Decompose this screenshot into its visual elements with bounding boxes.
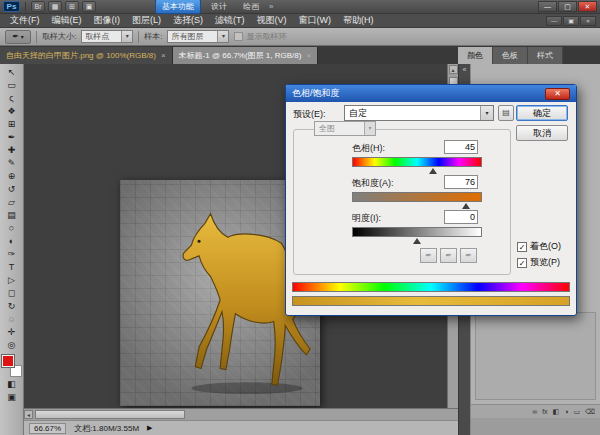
menu-filter[interactable]: 滤镜(T) (209, 14, 251, 27)
foreground-color-swatch[interactable] (2, 355, 14, 367)
zoom-level[interactable]: 66.67% (29, 423, 66, 434)
tool-preset-picker[interactable]: ✒ ▾ (5, 30, 31, 44)
document-tab-2[interactable]: 未标题-1 @ 66.7%(图层 1, RGB/8) × (173, 47, 319, 64)
doc-restore-button[interactable]: ▣ (563, 16, 579, 26)
scroll-left-icon[interactable]: ◂ (24, 410, 33, 419)
lightness-gradient-bar[interactable] (352, 227, 482, 237)
channel-select[interactable]: 全图 ▾ (314, 121, 376, 136)
menu-window[interactable]: 窗口(W) (293, 14, 338, 27)
checkbox-unchecked-icon (234, 32, 243, 41)
document-tab-1[interactable]: 自由天择的白甲图片.png @ 100%(RGB/8) × (0, 47, 173, 64)
dialog-title-bar[interactable]: 色相/饱和度 ✕ (286, 85, 576, 102)
layer-effects-icon[interactable]: fx (542, 408, 547, 415)
tool-healing-brush[interactable]: ✚ (2, 144, 22, 157)
status-bar: 66.67% 文档:1.80M/3.55M ▶ (24, 420, 458, 435)
tool-quick-selection[interactable]: ❖ (2, 105, 22, 118)
hue-gradient-bar[interactable] (352, 157, 482, 167)
lightness-slider-thumb[interactable] (413, 238, 421, 244)
workspace-essentials[interactable]: 基本功能 (155, 0, 201, 14)
scroll-up-icon[interactable]: ▴ (449, 65, 458, 74)
tab-color[interactable]: 颜色 (458, 47, 493, 64)
restore-button[interactable]: ▢ (558, 1, 577, 12)
preset-select[interactable]: 自定 ▾ (344, 105, 494, 121)
collapse-panels-icon[interactable]: « (459, 64, 470, 73)
menu-image[interactable]: 图像(I) (88, 14, 127, 27)
menu-select[interactable]: 选择(S) (167, 14, 209, 27)
close-tab-icon[interactable]: × (161, 51, 166, 60)
tool-eraser[interactable]: ▱ (2, 196, 22, 209)
layers-panel-body[interactable] (475, 312, 596, 400)
menu-edit[interactable]: 编辑(E) (46, 14, 88, 27)
tool-brush[interactable]: ✎ (2, 157, 22, 170)
tool-hand[interactable]: ✛ (2, 326, 22, 339)
subtract-eyedropper-icon[interactable]: ✒ (460, 248, 477, 263)
menu-view[interactable]: 视图(V) (251, 14, 293, 27)
tab-styles[interactable]: 样式 (528, 47, 563, 64)
tool-pen[interactable]: ✑ (2, 248, 22, 261)
tool-shape[interactable]: ◻ (2, 287, 22, 300)
saturation-input[interactable] (444, 175, 478, 189)
adjustment-layer-icon[interactable]: ◑ (564, 408, 568, 415)
sample-size-select[interactable]: 取样点 ▾ (81, 30, 133, 43)
dialog-close-button[interactable]: ✕ (545, 88, 570, 100)
sample-eyedropper-icon[interactable]: ✒ (420, 248, 437, 263)
tool-orbit-3d[interactable]: ◌ (2, 313, 22, 326)
bridge-icon[interactable]: Br (31, 1, 45, 12)
tool-history-brush[interactable]: ↺ (2, 183, 22, 196)
workspace-design[interactable]: 设计 (205, 0, 233, 13)
menu-file[interactable]: 文件(F) (4, 14, 46, 27)
arrange-documents-icon[interactable]: ⊞ (65, 1, 79, 12)
minimize-button[interactable]: — (538, 1, 557, 12)
screen-mode-toggle-icon[interactable]: ▣ (2, 391, 22, 404)
tool-move[interactable]: ↖ (2, 66, 22, 79)
document-size-info: 文档:1.80M/3.55M (74, 423, 139, 434)
tab-swatches[interactable]: 色板 (493, 47, 528, 64)
colorize-checkbox[interactable]: ✓ 着色(O) (517, 240, 561, 253)
tool-dodge[interactable]: ◐ (2, 235, 22, 248)
layer-mask-icon[interactable]: ◧ (553, 408, 560, 416)
tool-eyedropper[interactable]: ✒ (2, 131, 22, 144)
close-button[interactable]: ✕ (578, 1, 597, 12)
hue-slider-thumb[interactable] (429, 168, 437, 174)
horizontal-scrollbar[interactable]: ◂ (24, 408, 458, 420)
status-options-arrow-icon[interactable]: ▶ (147, 424, 152, 432)
ok-button[interactable]: 确定 (516, 105, 568, 121)
doc-minimize-button[interactable]: — (546, 16, 562, 26)
view-extras-icon[interactable]: ▦ (48, 1, 62, 12)
tool-gradient[interactable]: ▤ (2, 209, 22, 222)
preview-checkbox[interactable]: ✓ 预览(P) (517, 256, 560, 269)
workspace-painting[interactable]: 绘画 (237, 0, 265, 13)
tools-panel: ↖ ▭ ς ❖ ⊞ ✒ ✚ ✎ ⊕ ↺ ▱ ▤ ○ ◐ ✑ T ▷ ◻ ↻ ◌ … (0, 64, 24, 435)
cancel-button[interactable]: 取消 (516, 125, 568, 141)
menu-help[interactable]: 帮助(H) (337, 14, 380, 27)
delete-layer-icon[interactable]: ⌫ (585, 408, 595, 416)
tool-type[interactable]: T (2, 261, 22, 274)
link-layers-icon[interactable]: ∞ (532, 408, 537, 415)
lightness-input[interactable] (444, 210, 478, 224)
tool-marquee[interactable]: ▭ (2, 79, 22, 92)
hue-slider-row: 色相(H): (352, 142, 482, 176)
saturation-gradient-bar[interactable] (352, 192, 482, 202)
saturation-slider-thumb[interactable] (462, 203, 470, 209)
tool-rotate-3d[interactable]: ↻ (2, 300, 22, 313)
hue-input[interactable] (444, 140, 478, 154)
tool-blur[interactable]: ○ (2, 222, 22, 235)
quick-mask-icon[interactable]: ◧ (2, 378, 22, 391)
screen-mode-icon[interactable]: ▣ (82, 1, 96, 12)
close-tab-icon[interactable]: × (306, 51, 311, 60)
tool-crop[interactable]: ⊞ (2, 118, 22, 131)
menu-layer[interactable]: 图层(L) (126, 14, 167, 27)
horizontal-scroll-thumb[interactable] (35, 410, 185, 419)
more-workspaces-icon[interactable]: » (269, 2, 273, 11)
preset-value: 自定 (349, 107, 367, 120)
preset-options-button[interactable]: ▤ (498, 105, 514, 121)
new-layer-icon[interactable]: ▭ (573, 408, 580, 416)
add-eyedropper-icon[interactable]: ✒ (440, 248, 457, 263)
show-sampling-ring-option[interactable]: 显示取样环 (234, 31, 286, 42)
sample-select[interactable]: 所有图层 ▾ (167, 30, 229, 43)
tool-lasso[interactable]: ς (2, 92, 22, 105)
tool-path-selection[interactable]: ▷ (2, 274, 22, 287)
tool-clone-stamp[interactable]: ⊕ (2, 170, 22, 183)
doc-close-button[interactable]: × (580, 16, 596, 26)
tool-zoom[interactable]: ◎ (2, 339, 22, 352)
